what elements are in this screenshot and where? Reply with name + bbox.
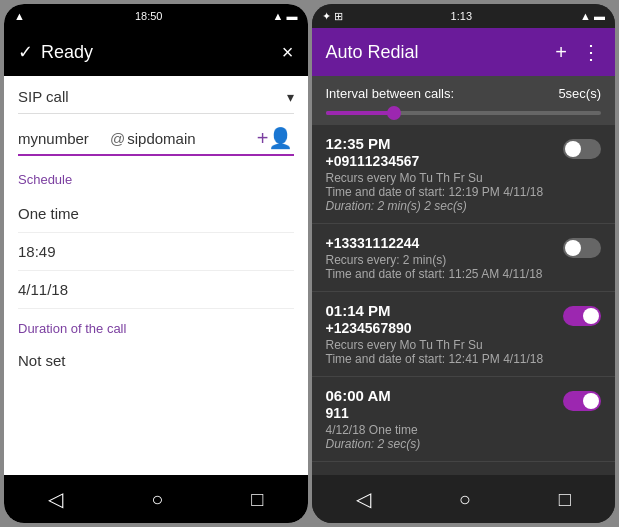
time-row: 18:49 xyxy=(18,233,294,271)
toggle-4[interactable] xyxy=(563,391,601,411)
home-button-left[interactable]: ○ xyxy=(151,488,163,511)
sip-label: SIP call xyxy=(18,88,69,105)
toggle-knob-4 xyxy=(583,393,599,409)
right-phone: ✦ ⊞ 1:13 ▲ ▬ Auto Redial + ⋮ Interval be… xyxy=(312,4,616,523)
recent-button-right[interactable]: □ xyxy=(559,488,571,511)
title-bar-left: ✓ Ready × xyxy=(4,28,308,76)
call-time-1: 12:35 PM xyxy=(326,135,554,152)
call-recur-1: Recurs every Mo Tu Th Fr Su xyxy=(326,171,554,185)
one-time-value: One time xyxy=(18,205,79,222)
add-contact-button[interactable]: +👤 xyxy=(257,126,294,150)
slider-fill xyxy=(326,111,395,115)
auto-redial-title: Auto Redial xyxy=(326,42,419,63)
call-item-2: +13331112244 Recurs every: 2 min(s) Time… xyxy=(312,224,616,292)
not-set-row: Not set xyxy=(18,344,294,377)
sip-row[interactable]: SIP call ▾ xyxy=(18,88,294,114)
toggle-container-1[interactable] xyxy=(563,139,601,159)
time-left: 18:50 xyxy=(135,10,163,22)
interval-slider-container xyxy=(312,111,616,125)
call-duration-4: Duration: 2 sec(s) xyxy=(326,437,554,451)
number-input[interactable] xyxy=(18,128,108,149)
call-info-2: +13331112244 Recurs every: 2 min(s) Time… xyxy=(326,234,554,281)
call-number-2: +13331112244 xyxy=(326,235,554,251)
domain-input[interactable] xyxy=(127,128,251,149)
call-recur-2: Recurs every: 2 min(s) xyxy=(326,253,554,267)
battery-icon: ▬ xyxy=(287,10,298,22)
status-bar-left: ▲ 18:50 ▲ ▬ xyxy=(4,4,308,28)
call-start-2: Time and date of start: 11:25 AM 4/11/18 xyxy=(326,267,554,281)
back-button-left[interactable]: ◁ xyxy=(48,487,63,511)
toggle-container-4[interactable] xyxy=(563,391,601,411)
status-icons-right-right: ▲ ▬ xyxy=(580,10,605,22)
toggle-knob-3 xyxy=(583,308,599,324)
title-bar-right: Auto Redial + ⋮ xyxy=(312,28,616,76)
call-number-3: +1234567890 xyxy=(326,320,554,336)
checkmark-icon: ✓ xyxy=(18,41,33,63)
left-content: SIP call ▾ @ +👤 Schedule One time 18:49 … xyxy=(4,76,308,475)
recent-button-left[interactable]: □ xyxy=(251,488,263,511)
at-sign: @ xyxy=(110,130,125,147)
call-number-4: 911 xyxy=(326,405,554,421)
toggle-3[interactable] xyxy=(563,306,601,326)
interval-label: Interval between calls: xyxy=(326,86,455,101)
date-row: 4/11/18 xyxy=(18,271,294,309)
wifi-icon: ▲ xyxy=(273,10,284,22)
call-item-3: 01:14 PM +1234567890 Recurs every Mo Tu … xyxy=(312,292,616,377)
status-icons-left: ▲ xyxy=(14,10,25,22)
title-actions: + ⋮ xyxy=(555,40,601,64)
ready-label: Ready xyxy=(41,42,93,63)
call-recur-4: 4/12/18 One time xyxy=(326,423,554,437)
toggle-knob-1 xyxy=(565,141,581,157)
signal-icon-r: ▲ xyxy=(580,10,591,22)
call-time-3: 01:14 PM xyxy=(326,302,554,319)
left-phone: ▲ 18:50 ▲ ▬ ✓ Ready × SIP call ▾ @ +👤 Sc… xyxy=(4,4,308,523)
call-time-4: 06:00 AM xyxy=(326,387,554,404)
call-start-1: Time and date of start: 12:19 PM 4/11/18 xyxy=(326,185,554,199)
close-button[interactable]: × xyxy=(282,41,294,64)
call-info-3: 01:14 PM +1234567890 Recurs every Mo Tu … xyxy=(326,302,554,366)
duration-label: Duration of the call xyxy=(18,321,294,336)
slider-thumb[interactable] xyxy=(387,106,401,120)
status-bar-right: ✦ ⊞ 1:13 ▲ ▬ xyxy=(312,4,616,28)
grid-icon: ⊞ xyxy=(334,10,343,22)
toggle-container-3[interactable] xyxy=(563,306,601,326)
one-time-row: One time xyxy=(18,195,294,233)
call-number-1: +09111234567 xyxy=(326,153,554,169)
number-input-row: @ +👤 xyxy=(18,126,294,156)
battery-icon-r: ▬ xyxy=(594,10,605,22)
call-start-3: Time and date of start: 12:41 PM 4/11/18 xyxy=(326,352,554,366)
status-icons-right-left: ✦ ⊞ xyxy=(322,10,343,23)
interval-value: 5sec(s) xyxy=(558,86,601,101)
bottom-nav-left: ◁ ○ □ xyxy=(4,475,308,523)
call-item: 12:35 PM +09111234567 Recurs every Mo Tu… xyxy=(312,125,616,224)
sim-icon: ▲ xyxy=(14,10,25,22)
bottom-nav-right: ◁ ○ □ xyxy=(312,475,616,523)
call-info-4: 06:00 AM 911 4/12/18 One time Duration: … xyxy=(326,387,554,451)
time-right: 1:13 xyxy=(451,10,472,22)
call-recur-3: Recurs every Mo Tu Th Fr Su xyxy=(326,338,554,352)
toggle-container-2[interactable] xyxy=(563,238,601,258)
toggle-2[interactable] xyxy=(563,238,601,258)
title-left-content: ✓ Ready xyxy=(18,41,93,63)
toggle-knob-2 xyxy=(565,240,581,256)
sip-dropdown-arrow[interactable]: ▾ xyxy=(287,89,294,105)
settings-icon: ✦ xyxy=(322,10,331,22)
call-item-4: 06:00 AM 911 4/12/18 One time Duration: … xyxy=(312,377,616,462)
home-button-right[interactable]: ○ xyxy=(459,488,471,511)
schedule-label: Schedule xyxy=(18,172,294,187)
calls-list: 12:35 PM +09111234567 Recurs every Mo Tu… xyxy=(312,125,616,475)
date-value: 4/11/18 xyxy=(18,281,68,298)
interval-bar: Interval between calls: 5sec(s) xyxy=(312,76,616,111)
more-button-right[interactable]: ⋮ xyxy=(581,40,601,64)
duration-value: Not set xyxy=(18,352,66,369)
call-duration-1: Duration: 2 min(s) 2 sec(s) xyxy=(326,199,554,213)
call-info-1: 12:35 PM +09111234567 Recurs every Mo Tu… xyxy=(326,135,554,213)
add-button-right[interactable]: + xyxy=(555,41,567,64)
back-button-right[interactable]: ◁ xyxy=(356,487,371,511)
slider-track[interactable] xyxy=(326,111,602,115)
time-value: 18:49 xyxy=(18,243,56,260)
status-icons-right: ▲ ▬ xyxy=(273,10,298,22)
toggle-1[interactable] xyxy=(563,139,601,159)
